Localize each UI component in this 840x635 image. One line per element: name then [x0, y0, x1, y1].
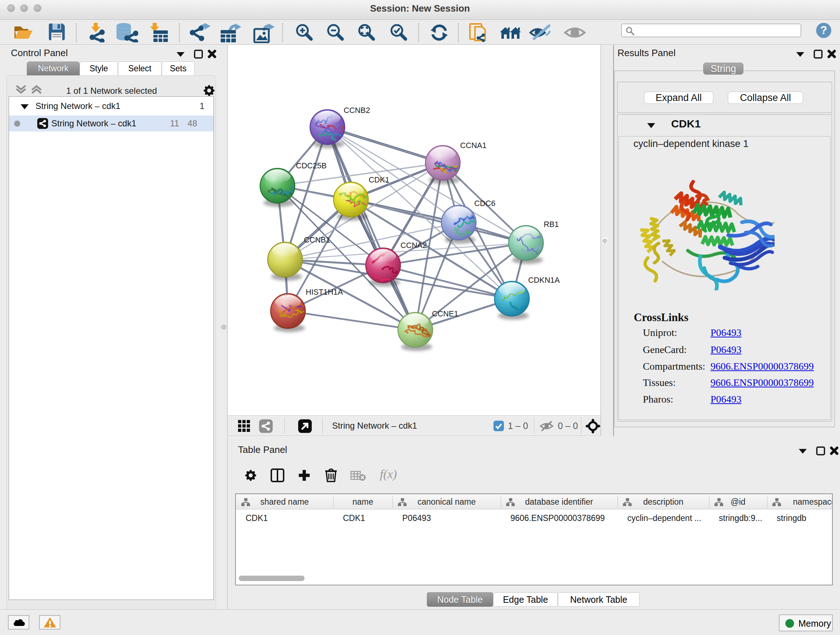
svg-text:CCNB2: CCNB2 — [344, 106, 370, 115]
svg-text:CCNE1: CCNE1 — [432, 310, 458, 318]
svg-text:CCNA1: CCNA1 — [460, 141, 486, 150]
svg-text:CDC6: CDC6 — [474, 199, 496, 208]
svg-text:CDKN1A: CDKN1A — [528, 276, 560, 285]
svg-text:CCNB1: CCNB1 — [304, 236, 330, 244]
svg-text:CDK1: CDK1 — [369, 176, 389, 184]
svg-text:CDC25B: CDC25B — [296, 162, 327, 170]
svg-text:CCNA2: CCNA2 — [401, 241, 427, 250]
svg-text:HIST1H1A: HIST1H1A — [306, 288, 343, 296]
svg-text:RB1: RB1 — [544, 220, 559, 229]
